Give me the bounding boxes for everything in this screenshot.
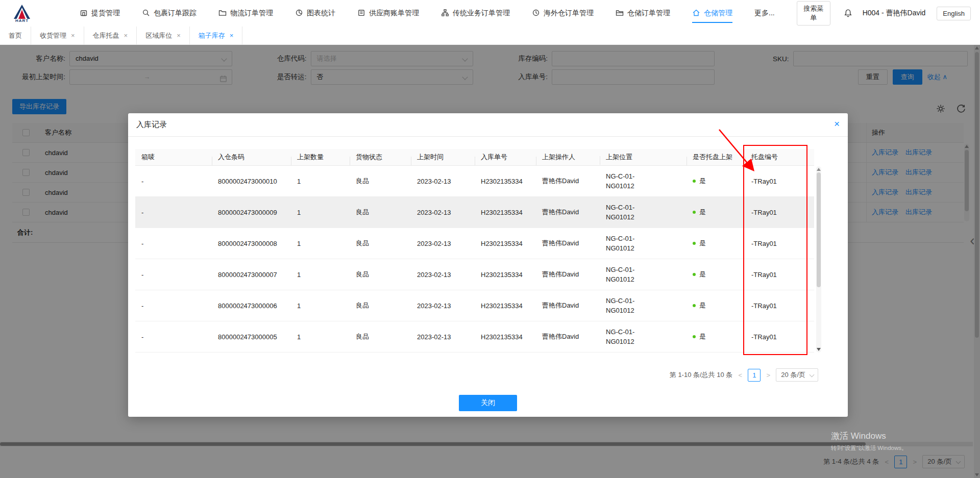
nav-item-logistics-order[interactable]: 物流订单管理 [218, 9, 273, 18]
tab-box-inventory[interactable]: 箱子库存 × [190, 27, 243, 44]
modal-table-scrollbar[interactable] [816, 166, 821, 353]
cell-operator: 曹艳伟David [536, 301, 600, 310]
modal-table-row[interactable]: -80000024730000071良品2023-02-13H230213533… [135, 259, 814, 290]
modal-close-button[interactable]: 关闭 [459, 395, 517, 411]
modal-table-row[interactable]: -80000024730000061良品2023-02-13H230213533… [135, 290, 814, 321]
cell-status: 良品 [350, 301, 411, 310]
cell-status: 良品 [350, 270, 411, 279]
pickup-icon [80, 9, 88, 18]
inbound-table-header: 箱唛 入仓条码 上架数量 货物状态 上架时间 入库单号 上架操作人 上架位置 是… [135, 149, 814, 166]
cell-barcode: 8000002473000006 [212, 302, 291, 310]
cell-pallet-no: -TRay01 [745, 178, 814, 185]
tab-label: 仓库托盘 [93, 31, 119, 40]
search-menu-button[interactable]: 搜索菜单 [797, 1, 830, 26]
nav-item-pickup[interactable]: 提货管理 [80, 9, 120, 18]
nav-item-supplier-bill[interactable]: 供应商账单管理 [357, 9, 419, 18]
modal-table-row[interactable]: -80000024730000051良品2023-02-13H230213533… [135, 321, 814, 353]
nav-item-warehouse-mgmt[interactable]: 仓储管理 [692, 9, 732, 18]
nav-item-legacy-order[interactable]: 传统业务订单管理 [441, 9, 510, 18]
nav-item-label: 物流订单管理 [230, 9, 273, 18]
prev-page-button[interactable]: < [737, 371, 743, 379]
modal-close-icon[interactable]: × [834, 119, 840, 129]
modal-table-row[interactable]: -80000024730000081良品2023-02-13H230213533… [135, 228, 814, 259]
next-page-button[interactable]: > [765, 371, 771, 379]
tab-label: 区域库位 [145, 31, 172, 40]
close-icon[interactable]: × [177, 32, 181, 39]
top-nav: HART 提货管理 包裹订单跟踪 物流订单管理 图表统计 供应商账单管理 [0, 0, 980, 27]
close-icon[interactable]: × [124, 32, 128, 39]
tab-warehouse-pallet[interactable]: 仓库托盘 × [84, 27, 137, 44]
nav-item-overseas-order[interactable]: 海外仓订单管理 [532, 9, 594, 18]
cell-shelf-time: 2023-02-13 [411, 333, 475, 341]
cell-location: NG-C-01- NG01012 [600, 327, 687, 347]
cell-is-pallet: 是 [687, 332, 745, 341]
col-inbound-no: 入库单号 [475, 153, 536, 162]
cell-box-mark: - [135, 209, 212, 216]
modal-header: 入库记录 [128, 113, 848, 137]
pagination-summary: 第 1-10 条/总共 10 条 [670, 370, 733, 380]
notification-bell-icon[interactable] [844, 9, 852, 18]
cell-barcode: 8000002473000007 [212, 271, 291, 279]
cell-qty: 1 [291, 240, 350, 247]
overseas-order-icon [532, 9, 540, 18]
language-button[interactable]: English [937, 7, 971, 20]
cell-barcode: 8000002473000008 [212, 240, 291, 247]
col-barcode: 入仓条码 [212, 153, 291, 162]
supplier-bill-icon [357, 9, 365, 18]
col-status: 货物状态 [350, 153, 411, 162]
cell-barcode: 8000002473000005 [212, 333, 291, 341]
nav-more-label: 更多... [754, 9, 775, 18]
nav-item-label: 包裹订单跟踪 [154, 9, 197, 18]
tab-area-location[interactable]: 区域库位 × [137, 27, 190, 44]
nav-item-label: 提货管理 [91, 9, 120, 18]
nav-item-chart-stats[interactable]: 图表统计 [295, 9, 335, 18]
cell-box-mark: - [135, 333, 212, 341]
chevron-down-icon [810, 372, 815, 378]
cell-location: NG-C-01- NG01012 [600, 171, 687, 191]
is-pallet-value: 是 [699, 332, 706, 341]
modal-table-body: -80000024730000101良品2023-02-13H230213533… [135, 166, 814, 353]
logo-mountain-icon [13, 4, 31, 19]
page-size-select[interactable]: 20 条/页 [776, 368, 818, 382]
cell-location: NG-C-01- NG01012 [600, 265, 687, 285]
nav-more-button[interactable]: 更多... [754, 9, 775, 18]
warehouse-mgmt-icon [692, 9, 700, 18]
cell-status: 良品 [350, 208, 411, 217]
cell-pallet-no: -TRay01 [745, 333, 814, 341]
tab-home[interactable]: 首页 [0, 27, 31, 44]
nav-item-package-track[interactable]: 包裹订单跟踪 [142, 9, 197, 18]
cell-status: 良品 [350, 239, 411, 248]
page-number-button[interactable]: 1 [748, 369, 761, 382]
cell-shelf-time: 2023-02-13 [411, 271, 475, 279]
cell-is-pallet: 是 [687, 208, 745, 217]
cell-is-pallet: 是 [687, 270, 745, 279]
modal-table-row[interactable]: -80000024730000101良品2023-02-13H230213533… [135, 166, 814, 197]
cell-qty: 1 [291, 178, 350, 185]
nav-item-label: 供应商账单管理 [369, 9, 419, 18]
scroll-down-icon [817, 348, 821, 351]
close-icon[interactable]: × [230, 32, 234, 39]
green-status-dot-icon [693, 273, 696, 276]
cell-qty: 1 [291, 302, 350, 310]
cell-pallet-no: -TRay01 [745, 271, 814, 279]
legacy-order-icon [441, 9, 449, 18]
scrollbar-thumb[interactable] [817, 172, 821, 287]
cell-operator: 曹艳伟David [536, 177, 600, 186]
cell-operator: 曹艳伟David [536, 270, 600, 279]
cell-pallet-no: -TRay01 [745, 302, 814, 310]
modal-pagination: 第 1-10 条/总共 10 条 < 1 > 20 条/页 [670, 368, 818, 382]
col-box-mark: 箱唛 [135, 153, 212, 162]
package-track-icon [142, 9, 150, 18]
brand-logo[interactable]: HART [13, 4, 31, 23]
cell-operator: 曹艳伟David [536, 208, 600, 217]
tab-bar: 首页 收货管理 × 仓库托盘 × 区域库位 × 箱子库存 × [0, 27, 980, 45]
cell-box-mark: - [135, 271, 212, 279]
nav-item-warehouse-order[interactable]: 仓储订单管理 [616, 9, 670, 18]
tab-receiving[interactable]: 收货管理 × [31, 27, 84, 44]
scroll-up-icon [817, 168, 821, 171]
user-info[interactable]: H004 - 曹艳伟David [863, 9, 926, 18]
cell-shelf-time: 2023-02-13 [411, 302, 475, 310]
close-icon[interactable]: × [71, 32, 75, 39]
modal-table-row[interactable]: -80000024730000091良品2023-02-13H230213533… [135, 197, 814, 228]
cell-inbound-no: H2302135334 [475, 178, 536, 185]
